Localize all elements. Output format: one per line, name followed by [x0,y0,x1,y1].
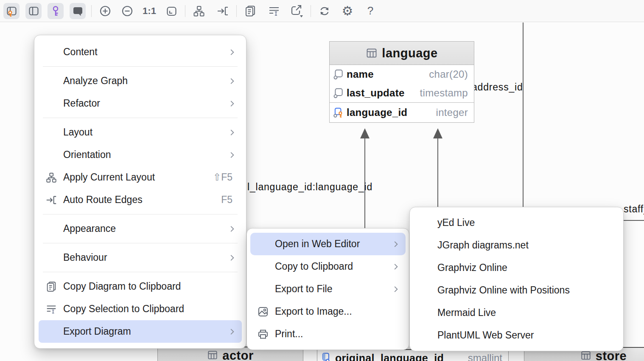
chevron-right-icon [228,129,236,136]
diagram-canvas[interactable]: address_id l_language_id:language_id sta… [0,22,644,361]
menu-separator [43,118,238,118]
layout-icon [193,5,205,17]
toolbar-separator [236,5,237,17]
menu-item-print[interactable]: Print... [250,323,406,345]
menu-item-plantuml-web-server[interactable]: PlantUML Web Server [413,324,620,347]
refresh-button[interactable] [316,3,333,19]
column-row-last-update[interactable]: last_update timestamp [330,84,474,102]
open-in-web-editor-submenu: yEd Live JGraph diagrams.net Graphviz On… [409,207,624,351]
primary-key-icon [333,107,344,118]
edge-label-address-id: address_id [472,82,523,93]
column-row-name[interactable]: name char(20) [330,65,474,84]
shortcut-label: F5 [221,194,232,206]
menu-separator [43,272,238,272]
column-name: original_language_id [335,352,444,361]
gear-icon: ⚙ [342,5,353,17]
menu-item-layout[interactable]: Layout [39,121,242,144]
column-type: char(20) [429,68,468,80]
edge-staff [623,220,644,221]
comments-toggle-button[interactable] [70,3,86,19]
split-view-toggle-button[interactable] [25,3,42,19]
menu-item-copy-selection-to-clipboard[interactable]: Copy Selection to Clipboard [39,298,242,320]
menu-item-appearance[interactable]: Appearance [39,217,242,240]
refresh-icon [318,5,331,17]
key-icon [50,5,62,17]
column-icon [333,69,344,80]
copy-diagram-icon [45,281,57,293]
chevron-right-icon [392,240,400,248]
copy-selection-icon [268,5,280,17]
toolbar-separator [91,5,92,17]
auto-route-icon [216,5,229,17]
table-language[interactable]: language name char(20) last_update times… [329,41,474,123]
menu-item-export-diagram[interactable]: Export Diagram [39,320,242,343]
table-columns-key-toggle-button[interactable] [3,3,20,19]
show-keys-toggle-button[interactable] [48,3,64,19]
menu-item-graphviz-online-with-positions[interactable]: Graphviz Online with Positions [413,279,620,302]
chevron-right-icon [228,225,236,233]
copy-selection-icon [45,303,57,315]
table-columns-key-icon [6,5,17,17]
zoom-reset-button[interactable]: 1:1 [141,3,157,19]
menu-item-graphviz-online[interactable]: Graphviz Online [413,257,620,279]
table-language-header[interactable]: language [330,42,474,65]
menu-separator [43,214,238,214]
table-title: actor [222,349,253,361]
apply-layout-button[interactable] [191,3,207,19]
menu-item-refactor[interactable]: Refactor [39,92,242,115]
comment-icon [72,5,84,17]
split-view-icon [28,5,39,17]
copy-selection-button[interactable] [266,3,282,19]
auto-route-icon [45,194,57,206]
toolbar-separator [185,5,185,17]
edge-label-staff: staff_ [624,203,644,215]
chevron-right-icon [392,263,400,271]
menu-item-copy-diagram-to-clipboard[interactable]: Copy Diagram to Clipboard [39,275,242,298]
shortcut-label: ⇧F5 [213,172,232,183]
table-icon [580,350,591,361]
chevron-right-icon [228,77,236,85]
zoom-out-button[interactable] [119,3,135,19]
column-name: name [347,68,374,80]
table-icon [207,350,218,361]
help-button[interactable]: ? [362,3,378,19]
zoom-in-icon [99,5,112,17]
layout-icon [45,172,57,183]
zoom-in-button[interactable] [97,3,113,19]
table-icon [366,47,378,59]
menu-item-auto-route-edges[interactable]: Auto Route Edges F5 [39,189,242,211]
chevron-right-icon [392,285,400,293]
fit-content-icon [165,5,177,17]
export-icon [290,4,304,18]
export-button[interactable] [289,3,305,19]
column-type: integer [436,107,468,118]
chevron-right-icon [228,151,236,159]
menu-item-open-in-web-editor[interactable]: Open in Web Editor [250,233,406,255]
menu-item-content[interactable]: Content [39,41,242,63]
menu-separator [43,243,238,243]
image-icon [257,306,269,318]
menu-item-copy-to-clipboard[interactable]: Copy to Clipboard [250,255,406,278]
column-name: language_id [347,107,407,118]
menu-item-yed-live[interactable]: yEd Live [413,212,620,234]
zoom-out-icon [121,5,134,17]
column-name: last_update [347,87,405,99]
menu-item-behaviour[interactable]: Behaviour [39,246,242,269]
printer-icon [257,328,269,340]
help-icon: ? [367,4,373,17]
foreign-key-icon [321,352,332,361]
menu-item-mermaid-live[interactable]: Mermaid Live [413,302,620,324]
column-row-language-id[interactable]: language_id integer [330,103,474,122]
settings-button[interactable]: ⚙ [339,3,356,19]
table-title: language [382,46,437,60]
export-diagram-submenu: Open in Web Editor Copy to Clipboard Exp… [246,228,409,350]
menu-item-analyze-graph[interactable]: Analyze Graph [39,70,242,92]
auto-route-edges-button[interactable] [215,3,231,19]
copy-diagram-button[interactable] [242,3,258,19]
menu-item-export-to-image[interactable]: Export to Image... [250,300,406,323]
menu-item-apply-current-layout[interactable]: Apply Current Layout ⇧F5 [39,166,242,189]
menu-item-jgraph-diagrams-net[interactable]: JGraph diagrams.net [413,234,620,257]
fit-content-button[interactable] [163,3,179,19]
menu-item-orientation[interactable]: Orientation [39,144,242,166]
menu-item-export-to-file[interactable]: Export to File [250,278,406,300]
